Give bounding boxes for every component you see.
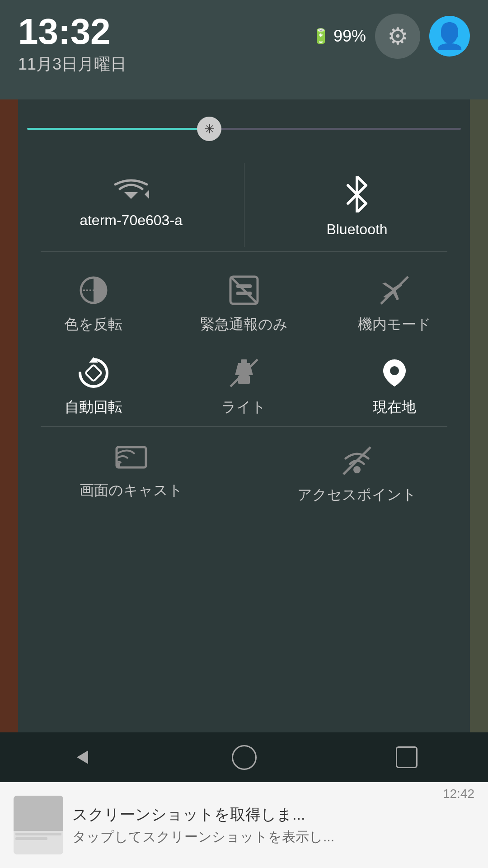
auto-rotate-toggle[interactable]: 自動回転 — [18, 344, 169, 426]
airplane-mode-icon — [379, 274, 410, 308]
brightness-fill — [27, 128, 209, 130]
svg-marker-19 — [77, 750, 88, 764]
brightness-track — [27, 128, 461, 130]
time-display: 13:32 11月3日月曜日 — [18, 14, 127, 75]
svg-point-14 — [390, 366, 399, 375]
bluetooth-toggle[interactable]: Bluetooth — [244, 163, 470, 247]
user-avatar[interactable]: 👤 — [429, 16, 470, 57]
cast-toggle[interactable]: 画面のキャスト — [18, 431, 244, 514]
hotspot-toggle[interactable]: アクセスポイント — [244, 431, 470, 514]
invert-color-label: 色を反転 — [64, 315, 122, 335]
notification-bar[interactable]: スクリーンショットを取得しま... タップしてスクリーンショットを表示し... … — [0, 782, 488, 868]
status-bar: 13:32 11月3日月曜日 🔋 99% ⚙ 👤 — [0, 0, 488, 99]
hotspot-icon — [341, 445, 373, 478]
divider-container: Bluetooth — [244, 163, 470, 247]
wifi-bluetooth-grid: aterm-70e603-a Bluetooth — [18, 163, 470, 247]
battery-percent: 99% — [333, 27, 366, 46]
airplane-mode-toggle[interactable]: 機内モード — [319, 261, 470, 344]
main-toggle-grid: 色を反転 緊急通報のみ 機内モ — [18, 261, 470, 426]
brightness-slider[interactable]: ✳ — [27, 118, 461, 140]
date: 11月3日月曜日 — [18, 53, 127, 75]
location-icon — [379, 357, 410, 391]
svg-rect-11 — [241, 359, 247, 363]
battery-info: 🔋 99% — [312, 27, 366, 46]
bluetooth-icon — [343, 176, 371, 214]
status-bar-right: 🔋 99% ⚙ 👤 — [312, 14, 470, 59]
hotspot-label: アクセスポイント — [297, 485, 417, 505]
separator-line-2 — [41, 426, 447, 427]
svg-rect-6 — [236, 284, 252, 288]
wifi-icon — [113, 176, 149, 205]
svg-marker-0 — [124, 192, 138, 199]
bluetooth-label: Bluetooth — [326, 221, 387, 238]
auto-rotate-icon — [78, 357, 109, 391]
svg-rect-16 — [117, 463, 120, 467]
notification-time: 12:42 — [443, 782, 474, 801]
person-icon: 👤 — [434, 21, 465, 51]
vertical-divider — [244, 163, 244, 247]
airplane-mode-label: 機内モード — [358, 315, 431, 335]
flashlight-label: ライト — [221, 397, 266, 417]
recent-apps-button[interactable] — [389, 739, 425, 775]
settings-button[interactable]: ⚙ — [375, 14, 420, 59]
flashlight-toggle[interactable]: ライト — [169, 344, 319, 426]
flashlight-icon — [228, 357, 260, 391]
battery-icon: 🔋 — [312, 28, 330, 45]
quick-settings-panel: ✳ aterm-70e603-a — [0, 99, 488, 528]
svg-marker-1 — [145, 190, 149, 199]
auto-rotate-label: 自動回転 — [65, 397, 122, 417]
svg-rect-7 — [236, 292, 252, 295]
invert-color-toggle[interactable]: 色を反転 — [18, 261, 169, 344]
separator-line-1 — [41, 251, 447, 252]
emergency-only-toggle[interactable]: 緊急通報のみ — [169, 261, 319, 344]
back-button[interactable] — [63, 739, 99, 775]
svg-line-5 — [230, 277, 258, 304]
location-label: 現在地 — [373, 397, 416, 417]
cast-icon — [114, 445, 148, 474]
invert-color-icon — [78, 274, 109, 308]
sun-icon: ✳ — [204, 122, 215, 137]
emergency-only-label: 緊急通報のみ — [200, 315, 288, 335]
home-button[interactable] — [226, 739, 262, 775]
emergency-only-icon — [228, 274, 260, 308]
notification-thumbnail — [14, 796, 63, 854]
svg-point-17 — [353, 466, 361, 473]
notification-title: スクリーンショットを取得しま... — [72, 804, 434, 825]
bg-left — [0, 99, 18, 732]
svg-line-8 — [381, 277, 408, 304]
location-toggle[interactable]: 現在地 — [319, 344, 470, 426]
svg-rect-10 — [85, 365, 102, 382]
notification-content: スクリーンショットを取得しま... タップしてスクリーンショットを表示し... — [72, 804, 434, 846]
gear-icon: ⚙ — [387, 23, 408, 50]
cast-label: 画面のキャスト — [80, 481, 183, 500]
brightness-row: ✳ — [18, 118, 470, 140]
nav-bar — [0, 732, 488, 782]
bottom-toggle-grid: 画面のキャスト アクセスポイント — [18, 431, 470, 514]
bg-right — [470, 99, 488, 732]
wifi-label: aterm-70e603-a — [80, 212, 183, 229]
time: 13:32 — [18, 14, 127, 50]
wifi-toggle[interactable]: aterm-70e603-a — [18, 163, 244, 247]
brightness-thumb[interactable]: ✳ — [197, 117, 221, 141]
notification-body: タップしてスクリーンショットを表示し... — [72, 828, 434, 846]
